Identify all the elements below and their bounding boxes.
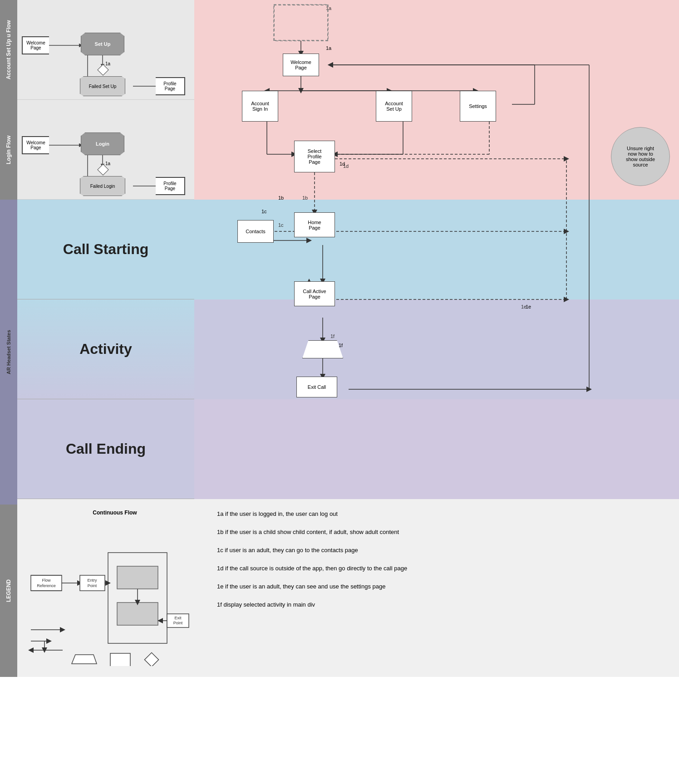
call-ending-title: Call Ending [66, 441, 146, 457]
select-profile-main: Select Profile Page [294, 141, 335, 172]
setup-box: Set Up [81, 33, 124, 55]
label-1e: 1e [526, 304, 531, 309]
label-1b: 1b [278, 195, 284, 201]
legend-continuous-flow-label: Continuous Flow [93, 510, 137, 516]
svg-rect-74 [144, 652, 158, 666]
main-flow-svg: 1a [194, 0, 674, 499]
label-1a-setup: 1a [105, 61, 110, 66]
welcome-page-box-1: Welcome Page [22, 36, 49, 54]
svg-text:Entry: Entry [87, 578, 97, 583]
sidebar-ar: AR Headset States [0, 200, 17, 505]
label-1f: 1f [339, 343, 343, 348]
failed-login-box: Failed Login [80, 176, 125, 196]
label-1c: 1c [261, 209, 267, 214]
svg-text:Point: Point [88, 583, 97, 588]
sidebar-login-label: Login Flow [5, 135, 12, 164]
main-flow-panel: 1a [194, 0, 679, 499]
settings-main: Settings [460, 91, 496, 122]
failed-setup-box: Failed Set Up [80, 76, 125, 96]
account-sign-in-main: Account Sign In [242, 91, 278, 122]
legend-section: Continuous Flow Flow [17, 499, 679, 677]
svg-text:Point: Point [173, 621, 183, 625]
svg-marker-72 [72, 655, 97, 664]
home-page-main: Home Page [294, 212, 335, 237]
label-1a-login: 1a [105, 161, 110, 166]
svg-text:Flow: Flow [42, 578, 51, 583]
call-ending-panel: Call Ending [17, 399, 194, 499]
legend-notes-list: 1a if the user is logged in, the user ca… [217, 508, 670, 611]
trapezoid-main [302, 340, 343, 358]
legend-note-1b: 1b if the user is a child show child con… [217, 526, 670, 538]
sidebar-legend: LEGEND [0, 505, 17, 677]
main-container: Account Set Up u Flow Login Flow AR Head… [0, 0, 679, 677]
exit-call-main: Exit Call [296, 377, 337, 397]
account-setup-panel: Welcome Page [17, 0, 194, 100]
legend-note-1f: 1f display selected activity in main div [217, 599, 670, 611]
svg-rect-61 [117, 566, 158, 589]
legend-diagram: Continuous Flow Flow [26, 508, 203, 668]
login-box: Login [81, 132, 124, 155]
svg-rect-73 [110, 653, 130, 666]
label-1d: 1d [340, 161, 345, 167]
svg-text:Reference: Reference [37, 583, 56, 588]
svg-text:1b: 1b [302, 195, 308, 201]
content-area: Welcome Page [17, 0, 679, 677]
activity-title: Activity [79, 341, 132, 358]
login-flow-panel: Welcome Page Login [17, 100, 194, 200]
call-starting-panel: Call Starting [17, 200, 194, 299]
sidebar-ar-label: AR Headset States [6, 330, 11, 374]
legend-note-1a: 1a if the user is logged in, the user ca… [217, 508, 670, 520]
sidebar-login: Login Flow [0, 100, 17, 200]
welcome-page-main: Welcome Page [283, 54, 319, 76]
sidebar: Account Set Up u Flow Login Flow AR Head… [0, 0, 17, 677]
svg-rect-62 [117, 603, 158, 625]
svg-text:1c: 1c [278, 222, 284, 228]
svg-text:Exit: Exit [174, 616, 182, 620]
call-starting-title: Call Starting [63, 241, 148, 258]
welcome-page-box-2: Welcome Page [22, 136, 49, 154]
legend-notes: 1a if the user is logged in, the user ca… [203, 508, 670, 668]
sidebar-account-setup-label: Account Set Up u Flow [5, 20, 12, 80]
legend-note-1e: 1e if the user is an adult, they can see… [217, 581, 670, 593]
profile-page-box-2: Profile Page [156, 177, 185, 195]
svg-text:1f: 1f [330, 333, 335, 339]
profile-page-box-1: Profile Page [156, 77, 185, 95]
entry-dashed-box [274, 5, 328, 41]
legend-note-1d: 1d if the call source is outside of the … [217, 563, 670, 574]
activity-panel: Activity [17, 299, 194, 399]
account-set-up-main: Account Set Up [376, 91, 412, 122]
legend-note-1c: 1c if user is an adult, they can go to t… [217, 544, 670, 556]
sidebar-legend-label: LEGEND [5, 579, 12, 602]
legend-svg: Flow Reference Entry Point [26, 525, 194, 666]
unsure-circle: Unsure right now how to show outside sou… [611, 127, 670, 186]
label-1a-main: 1a [326, 45, 331, 51]
sidebar-account-setup: Account Set Up u Flow [0, 0, 17, 100]
call-active-main: Call Active Page [294, 281, 335, 306]
contacts-main: Contacts [237, 220, 274, 243]
